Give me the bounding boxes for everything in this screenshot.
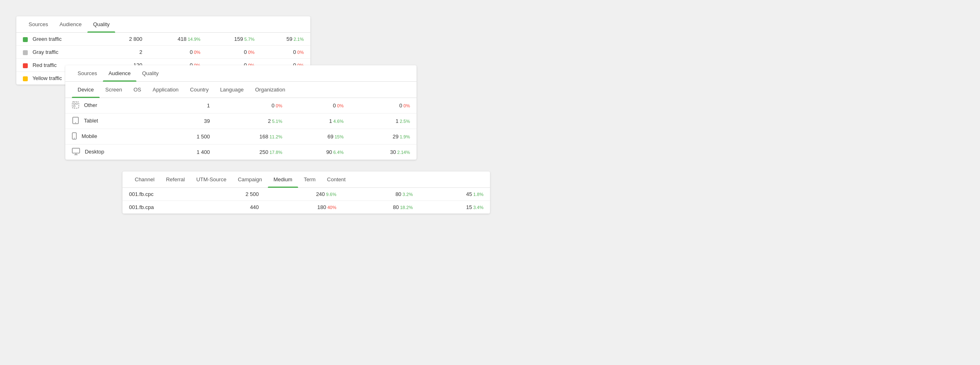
- panel2-tab-sources[interactable]: Sources: [72, 65, 103, 81]
- tab-sources[interactable]: Sources: [23, 16, 54, 32]
- device-name: Desktop: [85, 149, 105, 155]
- subtab-term[interactable]: Term: [298, 171, 321, 187]
- traffic-color-dot: [23, 76, 28, 81]
- subtab-referral[interactable]: Referral: [160, 171, 190, 187]
- table-row: Gray traffic 2 00% 00% 00%: [16, 46, 310, 59]
- mobile-icon: [72, 132, 77, 141]
- table-row: 001.fb.cpc 2 500 2409.6% 803.2% 451.8%: [122, 188, 490, 201]
- traffic-pct2: 0%: [194, 50, 200, 55]
- subtab-channel[interactable]: Channel: [129, 171, 160, 187]
- traffic-pct3: 0%: [248, 50, 254, 55]
- table-row: Mobile 1 500 16811.2% 6915% 291.9%: [65, 129, 416, 145]
- traffic-val1: 2: [106, 46, 149, 59]
- panel-audience: Sources Audience Quality Device Screen O…: [65, 65, 416, 160]
- device-val2: 16811.2%: [216, 129, 289, 145]
- device-name: Other: [84, 102, 98, 108]
- panel2-tab-quality[interactable]: Quality: [136, 65, 164, 81]
- source-val2: 18040%: [265, 201, 343, 214]
- device-label: Desktop: [65, 145, 163, 160]
- svg-rect-2: [76, 103, 78, 105]
- subtab-application[interactable]: Application: [147, 82, 185, 98]
- device-pct2: 17.8%: [270, 150, 282, 155]
- subtab-organization[interactable]: Organization: [249, 82, 291, 98]
- source-pct3: 3.2%: [403, 192, 413, 197]
- device-pct4: 1.9%: [400, 134, 410, 139]
- traffic-pct4: 0%: [297, 50, 304, 55]
- subtab-country[interactable]: Country: [184, 82, 214, 98]
- table-row: Tablet 39 25.1% 14.6% 12.5%: [65, 114, 416, 129]
- traffic-pct3: 5.7%: [244, 37, 254, 42]
- source-pct3: 18.2%: [400, 205, 413, 210]
- device-pct4: 0%: [403, 103, 410, 108]
- source-val1: 2 500: [204, 188, 265, 201]
- svg-point-7: [74, 138, 75, 139]
- traffic-val4: 00%: [261, 46, 310, 59]
- source-pct2: 40%: [327, 205, 336, 210]
- device-label: Tablet: [65, 114, 163, 129]
- traffic-label: Green traffic: [16, 33, 106, 46]
- svg-rect-8: [72, 148, 80, 153]
- traffic-label: Gray traffic: [16, 46, 106, 59]
- traffic-name: Green traffic: [33, 36, 62, 42]
- traffic-pct2: 14.9%: [188, 37, 200, 42]
- subtab-content[interactable]: Content: [321, 171, 352, 187]
- device-val4: 291.9%: [350, 129, 416, 145]
- tab-audience[interactable]: Audience: [54, 16, 87, 32]
- source-label: 001.fb.cpc: [122, 188, 204, 201]
- device-table: Other 1 00% 00% 00% Tablet 39 25.1% 14.6…: [65, 98, 416, 160]
- source-val4: 153.4%: [419, 201, 490, 214]
- table-row: Other 1 00% 00% 00%: [65, 98, 416, 114]
- device-val1: 39: [163, 114, 216, 129]
- device-label: Other: [65, 98, 163, 114]
- device-pct4: 2.5%: [400, 119, 410, 124]
- svg-point-5: [75, 122, 76, 123]
- traffic-color-dot: [23, 50, 28, 55]
- subtab-device[interactable]: Device: [72, 82, 100, 98]
- device-val3: 6915%: [289, 129, 350, 145]
- source-pct4: 1.8%: [473, 192, 483, 197]
- source-val1: 440: [204, 201, 265, 214]
- traffic-color-dot: [23, 63, 28, 68]
- table-row: 001.fb.cpa 440 18040% 8018.2% 153.4%: [122, 201, 490, 214]
- device-pct2: 11.2%: [270, 134, 282, 139]
- device-val4: 00%: [350, 98, 416, 114]
- subtab-medium[interactable]: Medium: [268, 171, 298, 187]
- subtab-screen[interactable]: Screen: [100, 82, 128, 98]
- svg-rect-3: [74, 105, 75, 107]
- subtab-language[interactable]: Language: [214, 82, 249, 98]
- source-val4: 451.8%: [419, 188, 490, 201]
- source-pct4: 3.4%: [473, 205, 483, 210]
- panel2-tabs: Sources Audience Quality: [65, 65, 416, 82]
- sources-table: 001.fb.cpc 2 500 2409.6% 803.2% 451.8% 0…: [122, 188, 490, 214]
- source-val3: 803.2%: [343, 188, 419, 201]
- subtab-os[interactable]: OS: [128, 82, 147, 98]
- device-pct3: 15%: [334, 134, 343, 139]
- traffic-name: Red traffic: [33, 62, 57, 68]
- traffic-color-dot: [23, 37, 28, 42]
- traffic-pct4: 2.1%: [294, 37, 304, 42]
- panel2-tab-audience[interactable]: Audience: [103, 65, 136, 81]
- device-pct3: 6.4%: [333, 150, 343, 155]
- device-val1: 1 500: [163, 129, 216, 145]
- device-val3: 14.6%: [289, 114, 350, 129]
- device-pct2: 5.1%: [272, 119, 282, 124]
- device-val2: 00%: [216, 98, 289, 114]
- table-row: Desktop 1 400 25017.8% 906.4% 302.14%: [65, 145, 416, 160]
- panel-sources: Channel Referral UTM-Source Campaign Med…: [122, 171, 490, 214]
- device-pct3: 0%: [337, 103, 344, 108]
- traffic-val2: 41814.9%: [149, 33, 207, 46]
- source-val3: 8018.2%: [343, 201, 419, 214]
- device-subtabs: Device Screen OS Application Country Lan…: [65, 82, 416, 98]
- traffic-name: Gray traffic: [33, 49, 58, 55]
- tab-quality[interactable]: Quality: [87, 16, 115, 32]
- subtab-campaign[interactable]: Campaign: [232, 171, 267, 187]
- svg-rect-1: [74, 103, 75, 105]
- device-pct2: 0%: [276, 103, 282, 108]
- traffic-val3: 00%: [207, 46, 261, 59]
- traffic-val1: 2 800: [106, 33, 149, 46]
- source-pct2: 9.6%: [326, 192, 336, 197]
- source-val2: 2409.6%: [265, 188, 343, 201]
- device-val1: 1 400: [163, 145, 216, 160]
- subtab-utm-source[interactable]: UTM-Source: [191, 171, 232, 187]
- traffic-val2: 00%: [149, 46, 207, 59]
